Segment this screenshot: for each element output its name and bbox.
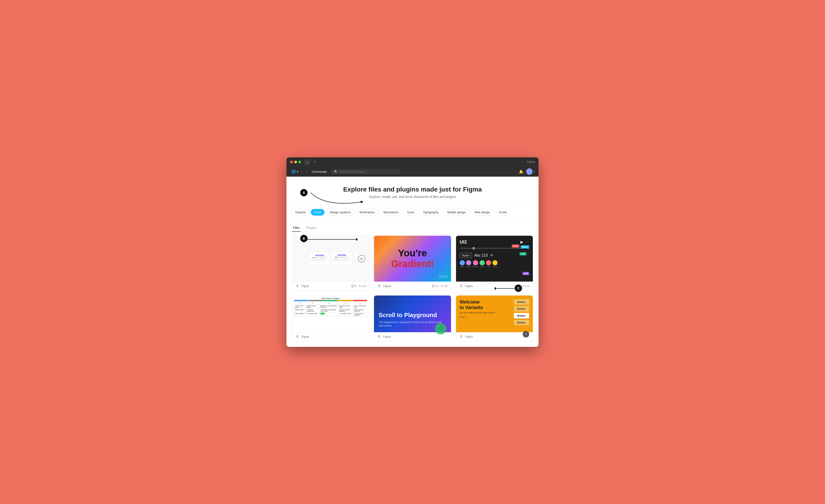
ui2-button-sample[interactable]: Button [460,253,472,258]
card-4[interactable]: My 5 Years of Figma F [292,295,369,341]
figma-watermark: gma [439,274,447,279]
globe-chevron: ▾ [297,170,298,173]
card-6-thumbnail: Welcometo Variants Get up to speed with … [456,296,533,332]
tab-files[interactable]: Files [292,224,301,232]
filter-tab-explore[interactable]: Explore [292,209,309,216]
window-title: Figma [527,160,535,164]
variants-desc: Get up to speed with all things Variants [460,312,512,314]
figma-logo-1 [295,284,300,288]
window-controls [290,161,301,163]
cursor-pointer: ▶ [520,240,523,244]
swatch-yellow: Yellow [493,260,498,267]
card-1-footer: Figma 💬6 ⬇145 [292,281,369,290]
variant-btn-2[interactable]: Button [514,306,529,312]
swatch-green: Green [480,260,485,267]
card-2-footer: Figma 💬23 ⬇778 [374,281,451,290]
card-1-author: Figma [301,284,350,288]
variant-btn-1[interactable]: Button [514,299,529,305]
certificate-preview: Commenter of the week Shirley Latimer on… [309,252,352,265]
breadcrumb: Community [310,169,328,174]
ui2-abc-text: Abc 123 [474,253,487,257]
variant-btn-3[interactable]: Button [514,313,529,319]
card-2-comments: 💬23 [432,284,438,287]
home-button[interactable]: ⌂ [304,159,310,165]
scroll-title: Scroll to Playground [379,312,446,319]
slider-thumb [472,247,475,249]
avatar-chevron-icon: ▾ [533,170,535,173]
play-button[interactable]: ▶ [358,255,365,262]
filter-tab-web-design[interactable]: Web design [471,209,494,216]
nav-bar: 🌐 ▾ ‹ › Community 🔍 🔔 ▾ [287,167,538,177]
close-dot[interactable] [290,161,293,163]
title-bar: ⌂ + Figma [287,157,538,167]
card-5[interactable]: Scroll to Playground This playground is … [374,295,451,341]
swatch-red: Red [486,260,491,267]
card-2-stats: 💬23 ⬇778 [432,284,448,287]
slider-track [460,248,524,249]
forward-button[interactable]: › [305,169,308,174]
card-5-thumbnail: Scroll to Playground This playground is … [374,296,451,332]
cards-grid: Commenter of the week Shirley Latimer on… [287,232,538,347]
variant-btn-4[interactable]: Button [514,320,529,325]
filter-tab-typography[interactable]: Typography [420,209,442,216]
gradient-text-block: You're Gradient! [391,248,434,269]
notifications-icon[interactable]: 🔔 [519,170,523,174]
history-table: F I G M A I name all my layers [294,302,367,316]
figma-logo-2 [377,284,381,288]
filter-tab-illustrations[interactable]: Illustrations [380,209,402,216]
annotation-a: A [300,189,308,196]
filter-tab-ui-kits[interactable]: UI kits [495,209,510,216]
help-button[interactable]: ? [523,331,529,337]
card-6-footer: Figma [456,332,533,341]
search-icon: 🔍 [334,170,338,173]
card-4-thumbnail: My 5 Years of Figma F [292,296,369,332]
filter-tab-mobile-design[interactable]: Mobile design [444,209,469,216]
nav-arrows: ‹ › [302,169,308,174]
hero-subtitle: Explore, install, use, and remix thousan… [291,195,534,199]
swatch-hotpink: Hot pink [472,260,478,267]
minimize-dot[interactable] [294,161,297,163]
maximize-dot[interactable] [298,161,301,163]
card-2-downloads: ⬇778 [441,284,448,287]
figma-logo-5 [377,335,381,339]
variants-buttons: Button Button Button Button [514,299,529,325]
card-3[interactable]: UI2 ✎ Button Abc 123 👁 [456,236,533,291]
filter-tab-wireframes[interactable]: Wireframes [356,209,378,216]
card-1[interactable]: Commenter of the week Shirley Latimer on… [292,236,369,291]
card-1-thumbnail: Commenter of the week Shirley Latimer on… [292,236,369,281]
filter-tab-design-systems[interactable]: Design systems [326,209,354,216]
globe-button[interactable]: 🌐 ▾ [290,169,300,175]
back-button[interactable]: ‹ [302,169,305,174]
search-input[interactable] [339,170,397,173]
variants-title: Welcometo Variants [460,299,512,310]
card-2-author: Figma [383,284,430,288]
tab-plugins[interactable]: Plugins [305,224,318,232]
user-tag-lew: Lew [520,252,526,255]
hero-title: Explore files and plugins made just for … [291,186,534,193]
avatar[interactable] [526,168,533,175]
main-content: Explore files and plugins made just for … [287,177,538,347]
card-1-stats: 💬6 ⬇145 [351,284,366,287]
figma-logo-4 [295,335,300,339]
search-bar: 🔍 [331,169,400,174]
annotation-b: B [300,235,308,242]
card-1-downloads: ⬇145 [359,284,366,287]
browser-window: ⌂ + Figma 🌐 ▾ ‹ › Community 🔍 🔔 [287,157,538,347]
user-tag-robin: Robin [521,245,529,249]
new-tab-button[interactable]: + [313,159,317,164]
card-4-footer: Figma [292,332,369,341]
card-6[interactable]: Welcometo Variants Get up to speed with … [456,295,533,341]
figma-logo-3 [459,284,463,288]
card-2[interactable]: You're Gradient! gma Figma [374,236,451,291]
filter-tab-icons[interactable]: Icons [404,209,418,216]
swatch-purple: Purple [466,260,471,267]
card-3-downloads: ⬇4.1k [522,284,530,287]
content-tabs: Files Plugins [287,221,538,232]
hero-section: Explore files and plugins made just for … [287,177,538,204]
card-1-comments: 💬6 [351,284,357,287]
color-swatches: Blue Purple Hot pink [460,260,529,267]
filter-tab-feed[interactable]: Feed [311,209,324,216]
variants-text-area: Welcometo Variants Get up to speed with … [460,299,512,318]
figma-logo-6 [459,335,463,339]
card-3-thumbnail: UI2 ✎ Button Abc 123 👁 [456,236,533,281]
